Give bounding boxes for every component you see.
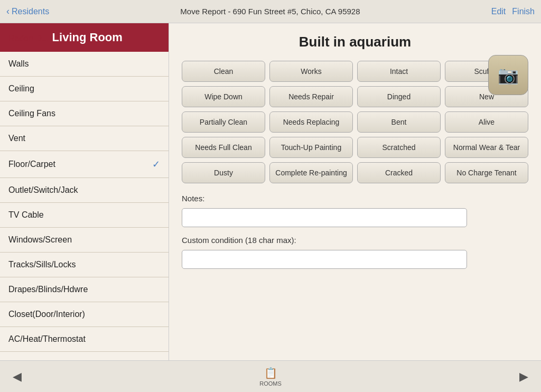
sidebar-item-floor-carpet[interactable]: Floor/Carpet✓ bbox=[0, 151, 169, 178]
bottom-bar: ◀ 📋 ROOMS ▶ bbox=[0, 360, 541, 392]
condition-btn-needs-full-clean[interactable]: Needs Full Clean bbox=[182, 137, 265, 158]
back-chevron-icon: ‹ bbox=[6, 6, 10, 17]
sidebar-item-drapes-blinds-hdwre[interactable]: Drapes/Blinds/Hdwre bbox=[0, 277, 169, 302]
sidebar-item-label: TV Cable bbox=[8, 210, 44, 220]
edit-button[interactable]: Edit bbox=[491, 7, 506, 16]
checkmark-icon: ✓ bbox=[152, 158, 160, 170]
sidebar-item-ac-heat-thermostat[interactable]: AC/Heat/Thermostat bbox=[0, 327, 169, 352]
condition-grid: CleanWorksIntactScuffedWipe DownNeeds Re… bbox=[182, 61, 528, 183]
back-button[interactable]: ‹ Residents bbox=[6, 6, 49, 17]
main-content: Radon D... Living Room WallsCeilingCeili… bbox=[0, 23, 541, 360]
sidebar-item-label: AC/Heat/Thermostat bbox=[8, 334, 86, 344]
page-title: Move Report - 690 Fun Street #5, Chico, … bbox=[180, 7, 360, 16]
finish-button[interactable]: Finish bbox=[512, 7, 535, 16]
sidebar: Radon D... Living Room WallsCeilingCeili… bbox=[0, 23, 169, 360]
sidebar-room-title: Living Room bbox=[52, 31, 123, 44]
condition-btn-touch-up-painting[interactable]: Touch-Up Painting bbox=[269, 137, 353, 158]
rooms-icon: 📋 bbox=[264, 367, 277, 379]
custom-condition-input[interactable] bbox=[182, 250, 467, 269]
condition-btn-intact[interactable]: Intact bbox=[357, 61, 441, 82]
sidebar-item-label: Ceiling bbox=[8, 84, 34, 94]
condition-btn-dinged[interactable]: Dinged bbox=[357, 86, 441, 107]
condition-btn-wipe-down[interactable]: Wipe Down bbox=[182, 86, 265, 107]
sidebar-item-tracks-sills-locks[interactable]: Tracks/Sills/Locks bbox=[0, 253, 169, 277]
custom-condition-label: Custom condition (18 char max): bbox=[182, 236, 528, 245]
condition-btn-clean[interactable]: Clean bbox=[182, 61, 265, 82]
sidebar-item-ceiling-fans[interactable]: Ceiling Fans bbox=[0, 101, 169, 126]
condition-btn-no-charge-tenant[interactable]: No Charge Tenant bbox=[445, 162, 528, 183]
sidebar-item-label: Closet(Door/Interior) bbox=[8, 310, 85, 319]
sidebar-item-label: Floor/Carpet bbox=[8, 160, 55, 169]
right-panel-inner: Built in aquarium CleanWorksIntactScuffe… bbox=[182, 34, 528, 269]
sidebar-item-label: Tracks/Sills/Locks bbox=[8, 260, 76, 269]
notes-section: Notes: Custom condition (18 char max): bbox=[182, 194, 528, 269]
condition-btn-bent[interactable]: Bent bbox=[357, 111, 441, 133]
sidebar-item-label: Outlet/Switch/Jack bbox=[8, 185, 78, 195]
sidebar-item-label: Walls bbox=[8, 59, 29, 69]
condition-btn-partially-clean[interactable]: Partially Clean bbox=[182, 111, 265, 133]
item-title: Built in aquarium bbox=[182, 34, 528, 50]
sidebar-item-label: Drapes/Blinds/Hdwre bbox=[8, 285, 88, 294]
rooms-label: ROOMS bbox=[259, 380, 282, 387]
sidebar-item-fireplace-screen[interactable]: Fireplace/Screen bbox=[0, 352, 169, 360]
sidebar-item-outlet-switch-jack[interactable]: Outlet/Switch/Jack bbox=[0, 178, 169, 203]
condition-btn-complete-repainting[interactable]: Complete Re-painting bbox=[269, 162, 353, 183]
sidebar-item-label: Ceiling Fans bbox=[8, 109, 55, 118]
sidebar-item-tv-cable[interactable]: TV Cable bbox=[0, 203, 169, 228]
back-label: Residents bbox=[12, 7, 49, 16]
sidebar-item-walls[interactable]: Walls bbox=[0, 52, 169, 77]
condition-btn-normal-wear-tear[interactable]: Normal Wear & Tear bbox=[445, 137, 528, 158]
top-bar-actions: Edit Finish bbox=[491, 7, 535, 16]
sidebar-items-list: WallsCeilingCeiling FansVentFloor/Carpet… bbox=[0, 52, 169, 360]
condition-btn-works[interactable]: Works bbox=[269, 61, 353, 82]
top-bar: ‹ Residents Move Report - 690 Fun Street… bbox=[0, 0, 541, 23]
camera-button[interactable]: 📷 bbox=[488, 55, 528, 95]
rooms-button[interactable]: 📋 ROOMS bbox=[259, 367, 282, 387]
notes-label: Notes: bbox=[182, 194, 528, 203]
right-panel: Built in aquarium CleanWorksIntactScuffe… bbox=[169, 23, 541, 360]
sidebar-item-ceiling[interactable]: Ceiling bbox=[0, 77, 169, 101]
condition-btn-scratched[interactable]: Scratched bbox=[357, 137, 441, 158]
prev-arrow[interactable]: ◀ bbox=[13, 370, 22, 384]
sidebar-truncated-item: Radon D... bbox=[8, 34, 49, 43]
condition-btn-needs-replacing[interactable]: Needs Replacing bbox=[269, 111, 353, 133]
sidebar-header: Radon D... Living Room bbox=[0, 23, 169, 52]
next-arrow[interactable]: ▶ bbox=[519, 370, 528, 384]
sidebar-item-label: Windows/Screen bbox=[8, 235, 72, 245]
sidebar-item-label: Vent bbox=[8, 134, 25, 143]
condition-btn-alive[interactable]: Alive bbox=[445, 111, 528, 133]
notes-input[interactable] bbox=[182, 208, 467, 227]
sidebar-item-closet-door-interior[interactable]: Closet(Door/Interior) bbox=[0, 302, 169, 327]
sidebar-item-vent[interactable]: Vent bbox=[0, 126, 169, 151]
condition-btn-dusty[interactable]: Dusty bbox=[182, 162, 265, 183]
camera-icon: 📷 bbox=[498, 65, 519, 85]
condition-btn-needs-repair[interactable]: Needs Repair bbox=[269, 86, 353, 107]
sidebar-item-windows-screen[interactable]: Windows/Screen bbox=[0, 228, 169, 253]
condition-btn-cracked[interactable]: Cracked bbox=[357, 162, 441, 183]
